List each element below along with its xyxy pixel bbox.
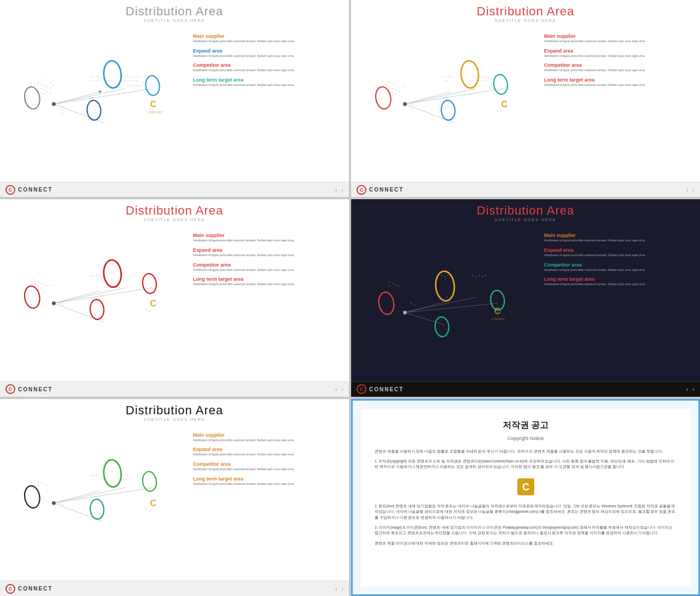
footer-connect-1: CONNECT [18,187,52,193]
footer-nav-3[interactable]: ‹ › [335,386,343,392]
svg-point-85 [386,84,387,85]
nav-next-5[interactable]: › [341,586,343,592]
nav-next-2[interactable]: › [692,187,695,193]
svg-point-141 [93,279,95,281]
section-main-supplier-3: Main supplier Vestibulum id ligula porta… [193,233,345,245]
svg-point-128 [38,281,39,283]
svg-point-31 [95,105,97,106]
section-competitor-2: Competitor area Vestibulum id ligula por… [544,62,696,75]
copyright-logo: C [516,477,535,496]
svg-point-163 [389,281,390,283]
svg-point-17 [50,92,51,94]
slide-1-title: Distribution Area [0,4,349,19]
footer-connect-3: CONNECT [18,386,52,392]
svg-point-6 [38,86,39,88]
svg-point-94 [451,77,452,78]
slide-2-content: C Main supplier Vestibulum id ligula por… [351,24,700,182]
section-longterm-4: Long term target area Vestibulum id ligu… [544,276,696,289]
footer-nav-2[interactable]: ‹ › [686,187,695,193]
section-main-supplier-4: Main supplier Vestibulum id ligula porta… [544,233,696,245]
svg-point-42 [124,80,126,82]
slide-3-text: Main supplier Vestibulum id ligula porta… [193,228,345,378]
nav-prev-5[interactable]: ‹ [335,586,337,592]
footer-nav-4[interactable]: ‹ › [686,386,695,392]
footer-brand-5: C CONNECT [5,584,52,594]
footer-nav-5[interactable]: ‹ › [335,586,343,592]
slide-5-title: Distribution Area [0,403,349,418]
section-main-supplier-2: Main supplier Vestibulum id ligula porta… [544,33,696,46]
svg-text:C: C [150,100,156,109]
footer-logo-3: C [5,384,15,394]
nav-next-3[interactable]: › [341,386,343,392]
svg-line-186 [405,303,497,313]
svg-text:CONTENT: CONTENT [148,111,163,114]
svg-point-197 [44,484,45,485]
nav-prev-2[interactable]: ‹ [686,187,689,193]
svg-point-39 [136,77,138,78]
slide-2-footer: C CONNECT ‹ › [351,182,700,197]
svg-point-51 [139,85,141,86]
nav-prev-3[interactable]: ‹ [335,386,337,392]
svg-point-63 [59,111,61,113]
copyright-para-1: 콘텐츠 제품을 사용하기 전에 다음의 법률로 조항들을 자세히 읽어 주시기 … [375,449,676,454]
svg-point-90 [398,91,400,92]
svg-point-131 [47,286,49,287]
slide-5-text: Main supplier Vestibulum id ligula porta… [193,428,345,578]
svg-line-216 [54,488,153,503]
svg-point-179 [485,275,486,276]
svg-point-1 [38,82,39,83]
svg-point-86 [404,85,406,86]
svg-point-45 [133,80,135,82]
footer-nav-1[interactable]: ‹ › [335,187,343,193]
svg-line-67 [54,89,153,104]
map-svg-5: C [4,428,190,578]
slide-4: Distribution Area SUBTITLE GOES HERE [351,199,700,396]
svg-point-96 [447,80,449,82]
svg-point-170 [447,275,449,276]
svg-point-44 [130,80,132,82]
svg-point-73 [144,75,161,96]
svg-point-112 [485,80,486,82]
svg-line-119 [405,89,476,104]
nav-next-1[interactable]: › [341,187,343,193]
svg-point-188 [403,311,407,315]
nav-prev-4[interactable]: ‹ [686,386,689,392]
slide-1-header: Distribution Area SUBTITLE GOES HERE [0,0,349,24]
svg-point-89 [395,94,396,95]
svg-point-200 [90,475,92,476]
slide-5-content: C Main supplier Vestibulum id ligula por… [0,423,349,581]
svg-point-37 [130,77,132,78]
footer-logo-4: C [357,384,366,394]
slide-3-map: C [4,228,190,378]
svg-point-139 [96,275,98,276]
svg-point-106 [485,76,486,77]
svg-point-83 [392,88,393,90]
svg-point-122 [403,102,407,106]
svg-point-48 [130,85,132,86]
footer-brand-2: C CONNECT [357,185,404,195]
slide-2-header: Distribution Area SUBTITLE GOES HERE [351,0,700,24]
svg-point-52 [143,82,144,83]
svg-point-133 [40,287,42,289]
svg-point-36 [127,76,129,77]
svg-point-23 [96,80,98,82]
section-longterm-5: Long term target area Vestibulum id ligu… [193,476,345,489]
footer-logo-2: C [357,185,366,195]
nav-prev-1[interactable]: ‹ [335,187,337,193]
svg-point-218 [52,501,56,505]
section-competitor-4: Competitor area Vestibulum id ligula por… [544,262,696,275]
svg-point-140 [100,276,101,278]
svg-point-138 [93,276,95,278]
svg-point-111 [481,80,483,82]
svg-point-130 [44,284,45,286]
slide-1-text: Main supplier Vestibulum id ligula porta… [193,29,345,179]
nav-next-4[interactable]: › [692,386,695,392]
svg-point-49 [133,85,135,86]
svg-point-201 [93,476,95,477]
svg-point-43 [127,80,129,82]
slide-copyright: 저작권 공고 Copyright Notice 콘텐츠 제품을 사용하기 전에 … [351,399,700,596]
svg-point-210 [145,508,147,510]
svg-text:CONTENT: CONTENT [491,317,505,321]
svg-point-22 [93,80,95,82]
svg-point-146 [127,275,129,276]
